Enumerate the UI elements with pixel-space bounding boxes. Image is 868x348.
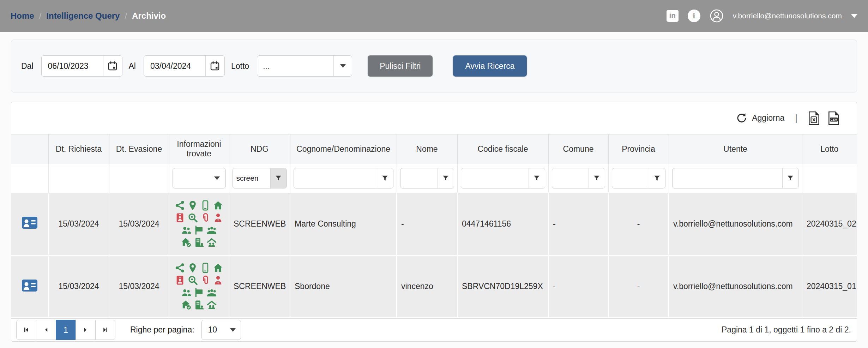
lotto-select[interactable]: ... xyxy=(257,55,352,77)
date-to-calendar-button[interactable] xyxy=(205,56,224,76)
provincia-cell: - xyxy=(608,255,669,318)
last-page-icon xyxy=(102,326,109,333)
provincia-cell: - xyxy=(608,193,669,255)
column-header-nome[interactable]: Nome xyxy=(397,134,457,164)
search-location-icon xyxy=(187,275,198,286)
header-row: Dt. Richiesta Dt. Evasione Informazioni … xyxy=(11,134,857,164)
date-from-calendar-button[interactable] xyxy=(103,56,122,76)
lotto-select-caret-button[interactable] xyxy=(333,56,352,76)
column-header-dt-richiesta[interactable]: Dt. Richiesta xyxy=(48,134,109,164)
contact-card-icon[interactable] xyxy=(22,216,38,229)
previous-page-button[interactable] xyxy=(36,320,56,340)
column-header-dt-evasione[interactable]: Dt. Evasione xyxy=(109,134,169,164)
al-label: Al xyxy=(129,61,136,71)
cognome-filter-input[interactable] xyxy=(294,168,377,188)
nome-cell: - xyxy=(397,193,457,255)
paperclip-icon xyxy=(200,275,211,286)
nome-filter-input[interactable] xyxy=(400,168,438,188)
table-row: 15/03/2024 15/03/2024 SCREENWEB Marte Co… xyxy=(11,193,857,255)
dal-label: Dal xyxy=(21,61,34,71)
cognome-filter-button[interactable] xyxy=(377,168,393,188)
comune-filter-button[interactable] xyxy=(589,168,605,188)
funnel-icon xyxy=(786,174,794,182)
column-header-codice-fiscale[interactable]: Codice fiscale xyxy=(457,134,548,164)
table-row: 15/03/2024 15/03/2024 SCREENWEB Sbordone… xyxy=(11,255,857,318)
user-circle-icon[interactable] xyxy=(710,9,724,23)
page-button-group: 1 xyxy=(16,320,115,340)
breadcrumb-separator: / xyxy=(39,11,42,21)
csv-export-button[interactable]: CSV xyxy=(828,111,840,125)
grid-toolbar: Aggiorna | X CSV xyxy=(11,102,857,134)
people-group-icon xyxy=(206,287,217,298)
column-header-cognome-denominazione[interactable]: Cognome/Denominazione xyxy=(290,134,397,164)
results-table: Dt. Richiesta Dt. Evasione Informazioni … xyxy=(11,134,857,318)
building-user-icon xyxy=(194,300,204,310)
calendar-icon xyxy=(107,61,118,71)
utente-filter-button[interactable] xyxy=(782,168,798,188)
next-page-icon xyxy=(82,326,89,333)
rows-per-page-value: 10 xyxy=(202,325,230,335)
people-group-icon xyxy=(206,225,217,235)
caret-down-icon[interactable] xyxy=(851,14,857,18)
last-page-button[interactable] xyxy=(95,320,115,340)
column-header-ndg[interactable]: NDG xyxy=(229,134,290,164)
rows-per-page-select[interactable]: 10 xyxy=(201,320,241,340)
info-icon[interactable]: i xyxy=(688,10,700,22)
nome-filter-button[interactable] xyxy=(438,168,454,188)
previous-page-icon xyxy=(43,326,49,333)
column-header-lotto[interactable]: Lotto xyxy=(802,134,857,164)
pagination-summary: Pagina 1 di 1, oggetti 1 fino a 2 di 2. xyxy=(722,325,851,335)
excel-export-button[interactable]: X xyxy=(808,111,820,125)
utente-cell: v.borriello@nettunosolutions.com xyxy=(669,255,802,318)
house-icon xyxy=(213,200,223,211)
utente-filter-input[interactable] xyxy=(673,168,782,188)
breadcrumb: Home / Intelligence Query / Archivio xyxy=(11,11,166,21)
contact-card-icon[interactable] xyxy=(22,279,38,292)
provincia-filter-button[interactable] xyxy=(649,168,665,188)
column-header-informazioni-trovate[interactable]: Informazioni trovate xyxy=(169,134,229,164)
next-page-button[interactable] xyxy=(76,320,96,340)
breadcrumb-home[interactable]: Home xyxy=(11,11,34,21)
dt-evasione-cell: 15/03/2024 xyxy=(109,193,169,255)
date-to-input[interactable] xyxy=(144,56,205,76)
clear-filters-button[interactable]: Pulisci Filtri xyxy=(368,55,433,77)
column-header-provincia[interactable]: Provincia xyxy=(608,134,669,164)
filter-cell-utente xyxy=(669,164,802,193)
users-group-icon xyxy=(181,287,192,298)
informazioni-icon-grid xyxy=(174,263,224,310)
date-from-group xyxy=(41,55,122,77)
start-search-button[interactable]: Avvia Ricerca xyxy=(453,55,526,77)
ndg-cell: SCREENWEB xyxy=(229,193,290,255)
linkedin-icon[interactable]: in xyxy=(667,10,679,22)
building-user-icon xyxy=(194,237,204,248)
column-header-utente[interactable]: Utente xyxy=(669,134,802,164)
users-group-icon xyxy=(181,225,192,235)
sign-hanging-icon xyxy=(194,225,204,235)
share-nodes-icon xyxy=(175,200,185,211)
date-from-input[interactable] xyxy=(42,56,103,76)
house-family-icon xyxy=(206,300,217,310)
provincia-filter-input[interactable] xyxy=(612,168,649,188)
page-number-button[interactable]: 1 xyxy=(56,320,76,340)
column-header-comune[interactable]: Comune xyxy=(548,134,608,164)
informazioni-filter-select[interactable] xyxy=(173,168,226,188)
codice-fiscale-filter-input[interactable] xyxy=(461,168,529,188)
topbar: Home / Intelligence Query / Archivio in … xyxy=(0,0,868,32)
breadcrumb-intelligence-query[interactable]: Intelligence Query xyxy=(46,11,120,21)
house-family-icon xyxy=(206,237,217,248)
caret-down-icon xyxy=(214,176,220,180)
comune-filter-input[interactable] xyxy=(552,168,589,188)
first-page-button[interactable] xyxy=(16,320,36,340)
refresh-button[interactable]: Aggiorna xyxy=(736,113,784,124)
svg-text:CSV: CSV xyxy=(831,118,837,121)
funnel-icon xyxy=(381,174,389,182)
ndg-filter-button[interactable] xyxy=(270,168,287,188)
codice-fiscale-filter-button[interactable] xyxy=(529,168,545,188)
caret-down-icon xyxy=(340,64,346,68)
results-grid-panel: Aggiorna | X CSV xyxy=(11,102,857,342)
ndg-filter-input[interactable] xyxy=(233,168,270,188)
informazioni-trovate-cell xyxy=(169,255,229,318)
utente-cell: v.borriello@nettunosolutions.com xyxy=(669,193,802,255)
mobile-phone-icon xyxy=(200,200,211,211)
informazioni-trovate-cell xyxy=(169,193,229,255)
